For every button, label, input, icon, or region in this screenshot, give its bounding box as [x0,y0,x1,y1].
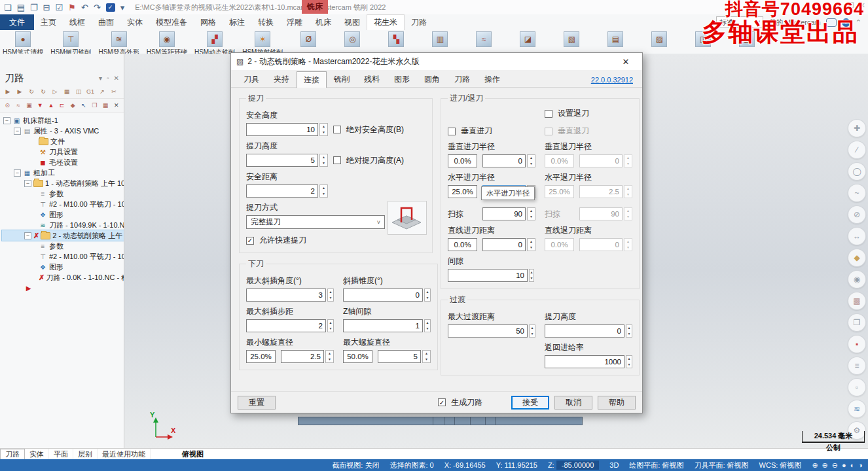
spinner[interactable]: ▲▼ [422,350,431,363]
insert-arrow-icon[interactable]: ⊏ [58,101,66,110]
help-button[interactable]: 帮助 [598,396,636,410]
spinner[interactable]: ▲▼ [529,269,534,282]
tool-hsm-scallop[interactable]: ◉HSM等距环绕 [147,31,187,56]
spinner[interactable]: ▲▼ [527,207,535,220]
move-up-icon[interactable]: ▲ [47,101,56,110]
tab-wireframe[interactable]: 线框 [63,14,92,30]
sphere-icon[interactable]: ⊘ [848,205,866,224]
tree-item-toolpath-file[interactable]: ≋刀路 - 1049.9K - 1-10.NC - 程序编 [2,220,124,230]
expand-icon[interactable] [14,128,21,135]
close-icon[interactable]: ✕ [615,57,637,67]
tree-item-geometry[interactable]: ❖图形 [2,262,124,272]
line-entry-field[interactable]: ▲▼ [482,238,535,251]
section-view-status[interactable]: 截面视图: 关闭 [332,461,379,470]
safe-height-field[interactable]: ▲▼ [246,123,328,136]
generate-toolpath-checkbox[interactable] [438,398,446,406]
verify-icon[interactable]: ✓ [106,3,115,12]
copy-icon[interactable]: ❐ [90,101,99,110]
version-link[interactable]: 22.0.0.32912 [591,76,633,84]
tool-hsm-pencil[interactable]: ●HSM笔式清根 [3,31,43,56]
regen-selected-icon[interactable]: ↻ [27,87,36,96]
tool-hsm-15[interactable]: ▨ [641,31,678,48]
dropdown-icon[interactable]: ▾ [99,75,102,82]
max-ramp-step-field[interactable]: ▲▼ [246,319,334,332]
tplane-status[interactable]: 刀具平面: 俯视图 [694,461,748,470]
shaded-sphere-icon[interactable]: ◉ [848,270,866,288]
tab-solids[interactable]: 实体 [120,14,149,30]
return-feedrate-field[interactable]: ▲▼ [545,355,632,368]
tree-item-stock-setup[interactable]: ◼毛坯设置 [2,157,124,167]
ghost-icon[interactable]: ▣ [25,101,33,110]
retract-method-select[interactable]: 完整提刀 ˅ [246,215,385,229]
accept-button[interactable]: 接受 [511,396,549,410]
ramp-taper-field[interactable]: ▲▼ [343,288,431,302]
globe-icon-2[interactable]: ⊕ [822,461,828,470]
tree-item-toolpath-file-dirty[interactable]: ✗刀路 - 0.0K - 1-10.NC - 程序编号 ( [2,272,124,283]
tab-file[interactable]: 文件 [0,14,34,30]
numbers-icon[interactable]: ▦ [101,101,110,110]
vertical-entry-percent[interactable]: 0.0% [448,154,477,167]
expand-icon[interactable] [3,117,10,124]
circle-icon[interactable]: ◯ [848,162,866,181]
spinner[interactable]: ▲▼ [319,123,328,136]
max-transition-distance-field[interactable]: ▲▼ [448,324,535,338]
tool-hsm-7[interactable]: Ø [290,31,327,48]
dialog-tab-holder[interactable]: 夹持 [266,71,297,87]
pin-icon[interactable]: ▫ [107,75,109,82]
setup-exit-checkbox[interactable] [545,110,552,118]
save-all-icon[interactable]: ☑ [56,3,63,12]
fit-icon[interactable]: ✚ [848,119,866,137]
dialog-tab-linking[interactable]: 连接 [297,71,327,88]
gap-field[interactable]: ▲▼ [448,269,534,282]
select-none-icon[interactable]: ▶ [15,87,24,96]
transition-retract-height-field[interactable]: ▲▼ [545,324,632,338]
stock-cube-icon[interactable]: ▪ [848,335,866,353]
spinner[interactable]: ▲▼ [424,319,431,332]
spline-icon[interactable]: ~ [848,184,866,202]
dialog-tab-operation[interactable]: 操作 [477,71,507,87]
spinner[interactable]: ▲▼ [527,238,535,251]
analyze-icon[interactable]: ↗ [98,87,107,96]
more-commands-icon[interactable]: ▾ [120,3,125,12]
quick-retract-checkbox[interactable] [246,237,254,245]
bottom-tab-planes[interactable]: 平面 [49,449,73,459]
sphere-half-icon[interactable]: ◐ [850,461,855,470]
tool-hsm-13[interactable]: ▧ [553,31,590,48]
new-file-icon[interactable]: ❏ [4,3,12,12]
tree-item-geometry[interactable]: ❖图形 [2,209,124,220]
toggle-display-icon[interactable]: ≈ [14,101,23,110]
spinner[interactable]: ▲▼ [325,350,334,363]
vertical-entry-checkbox[interactable] [448,128,456,135]
tool-hsm-8[interactable]: ◎ [334,31,371,48]
tab-mesh[interactable]: 网格 [194,14,223,30]
tab-view[interactable]: 视图 [338,14,367,30]
bottom-tab-levels[interactable]: 层别 [73,449,98,459]
print-icon[interactable]: ⊟ [43,3,50,12]
tree-item-parameters[interactable]: ≡参数 [2,241,124,251]
tool-hsm-11[interactable]: ≈ [465,31,502,48]
tab-machine[interactable]: 机床 [309,14,338,30]
undo-icon[interactable]: ↶ [81,3,88,12]
max-ramp-angle-field[interactable]: ▲▼ [246,288,334,302]
tab-model-prep[interactable]: 模型准备 [149,14,194,30]
tool-hsm-10[interactable]: ▥ [422,31,458,48]
expand-icon[interactable] [24,180,31,187]
expand-icon[interactable] [24,232,31,239]
cplane-status[interactable]: 绘图平面: 俯视图 [629,461,683,470]
abs-safe-height-checkbox[interactable] [333,126,341,133]
tree-item-tool[interactable]: ⊤#2 - M10.00 平铣刀 - 10 平铣刀 [2,199,124,209]
tab-toolpaths[interactable]: 刀路 [405,14,433,30]
spinner[interactable]: ▲▼ [529,324,535,338]
bottom-tab-recent[interactable]: 最近使用功能 [98,449,151,459]
dialog-tab-fillet[interactable]: 圆角 [417,71,447,87]
cube-icon[interactable]: ▩ [848,292,866,310]
dialog-title-bar[interactable]: ▨ 2 - 动态铣削策略 - Mastercam2022-花生米永久版 ✕ [231,53,642,70]
tool-hsm-14[interactable]: ▤ [597,31,634,48]
tab-peanut[interactable]: 花生米 [367,14,405,30]
reset-button[interactable]: 重置 [238,396,276,410]
tab-home[interactable]: 主页 [34,14,63,30]
tool-hsm-dynamic[interactable]: ▞HSM动态铣削 [194,31,235,56]
delete-icon[interactable]: ✕ [112,101,120,110]
line-entry-percent[interactable]: 0.0% [448,238,477,251]
open-file-icon[interactable]: ❐ [30,3,38,12]
